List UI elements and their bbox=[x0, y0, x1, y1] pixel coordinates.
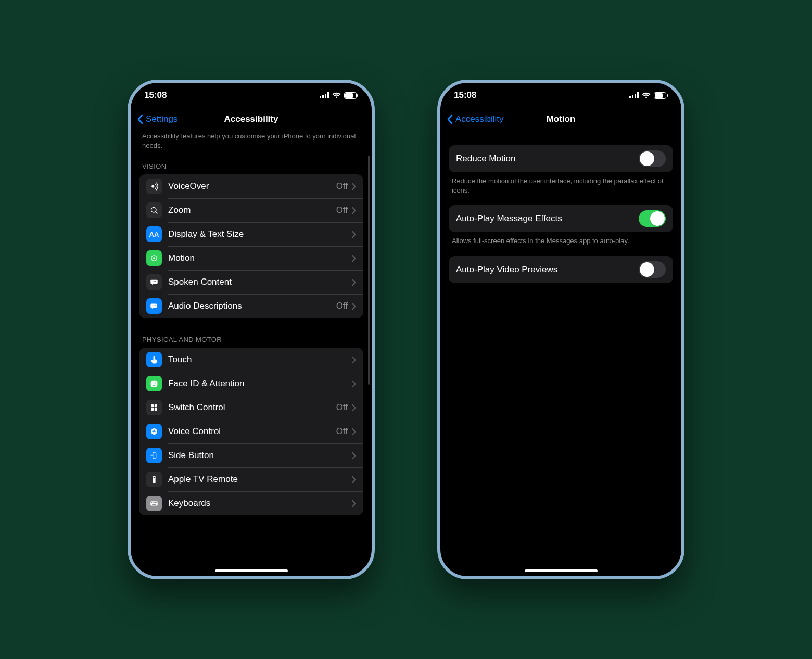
toggle-autoplay-message-effects[interactable] bbox=[639, 210, 666, 227]
svg-rect-22 bbox=[151, 408, 154, 411]
row-touch[interactable]: Touch bbox=[139, 348, 363, 372]
row-value: Off bbox=[336, 402, 348, 413]
iphone-motion-screen: 15:08 Accessibility Motion Reduce Motion… bbox=[437, 80, 684, 579]
back-button[interactable]: Accessibility bbox=[440, 114, 504, 124]
row-voiceover[interactable]: VoiceOver Off bbox=[139, 174, 363, 198]
status-time: 15:08 bbox=[144, 90, 167, 100]
scrollbar[interactable] bbox=[368, 156, 370, 385]
svg-rect-40 bbox=[655, 93, 663, 98]
row-label: Auto-Play Message Effects bbox=[456, 213, 639, 224]
row-zoom[interactable]: Zoom Off bbox=[139, 198, 363, 222]
svg-rect-29 bbox=[151, 502, 153, 503]
chevron-right-icon bbox=[352, 452, 356, 459]
svg-rect-1 bbox=[322, 95, 324, 98]
svg-point-24 bbox=[151, 428, 157, 435]
svg-rect-20 bbox=[151, 404, 154, 407]
row-keyboards[interactable]: Keyboards bbox=[139, 491, 363, 515]
row-value: Off bbox=[336, 301, 348, 311]
svg-rect-0 bbox=[320, 96, 321, 98]
svg-rect-36 bbox=[632, 95, 633, 98]
row-value: Off bbox=[336, 205, 348, 216]
row-value: Off bbox=[336, 426, 348, 437]
row-reduce-motion[interactable]: Reduce Motion bbox=[449, 145, 673, 172]
svg-point-12 bbox=[154, 281, 155, 282]
svg-point-16 bbox=[155, 306, 156, 307]
chevron-right-icon bbox=[352, 279, 356, 286]
touch-icon bbox=[146, 352, 162, 367]
svg-rect-17 bbox=[151, 381, 158, 387]
svg-rect-35 bbox=[629, 96, 631, 98]
row-label: Audio Descriptions bbox=[168, 301, 336, 311]
row-audio-descriptions[interactable]: Audio Descriptions Off bbox=[139, 294, 363, 318]
row-display-text-size[interactable]: AA Display & Text Size bbox=[139, 222, 363, 246]
back-button[interactable]: Settings bbox=[131, 114, 177, 124]
toggle-reduce-motion[interactable] bbox=[639, 150, 666, 167]
wifi-icon bbox=[642, 92, 651, 98]
nav-bar: Accessibility Motion bbox=[440, 108, 681, 131]
wifi-icon bbox=[332, 92, 341, 98]
svg-point-11 bbox=[153, 281, 154, 282]
row-autoplay-message-effects[interactable]: Auto-Play Message Effects bbox=[449, 205, 673, 232]
svg-rect-30 bbox=[153, 502, 154, 503]
cellular-icon bbox=[320, 92, 329, 98]
row-side-button[interactable]: Side Button bbox=[139, 443, 363, 467]
chevron-right-icon bbox=[352, 476, 356, 483]
row-motion[interactable]: Motion bbox=[139, 246, 363, 270]
row-label: Face ID & Attention bbox=[168, 378, 352, 389]
battery-icon bbox=[344, 92, 358, 99]
row-label: Motion bbox=[168, 253, 352, 263]
switch-control-icon bbox=[146, 400, 162, 415]
chevron-right-icon bbox=[352, 183, 356, 190]
svg-rect-25 bbox=[153, 452, 156, 459]
row-label: Reduce Motion bbox=[456, 154, 639, 164]
svg-point-10 bbox=[153, 257, 155, 259]
speech-bubble-icon bbox=[146, 274, 162, 290]
svg-rect-31 bbox=[154, 502, 155, 503]
svg-rect-3 bbox=[327, 92, 329, 98]
svg-rect-41 bbox=[667, 94, 668, 97]
row-apple-tv-remote[interactable]: Apple TV Remote bbox=[139, 467, 363, 491]
content-scroll[interactable]: Accessibility features help you customis… bbox=[131, 131, 372, 566]
home-indicator[interactable] bbox=[525, 569, 598, 572]
text-size-icon: AA bbox=[146, 226, 162, 242]
footer-reduce-motion: Reduce the motion of the user interface,… bbox=[449, 172, 673, 205]
svg-rect-33 bbox=[156, 502, 157, 503]
keyboard-icon bbox=[146, 496, 162, 511]
svg-point-27 bbox=[154, 477, 155, 478]
row-label: Side Button bbox=[168, 450, 352, 461]
svg-rect-28 bbox=[150, 501, 158, 505]
row-spoken-content[interactable]: Spoken Content bbox=[139, 270, 363, 294]
content-scroll[interactable]: Reduce Motion Reduce the motion of the u… bbox=[440, 131, 681, 566]
row-autoplay-video-previews[interactable]: Auto-Play Video Previews bbox=[449, 256, 673, 283]
row-label: VoiceOver bbox=[168, 181, 336, 192]
nav-bar: Settings Accessibility bbox=[131, 108, 372, 131]
footer-autoplay-message-effects: Allows full-screen effects in the Messag… bbox=[449, 232, 673, 256]
chevron-right-icon bbox=[352, 255, 356, 262]
voice-control-icon bbox=[146, 424, 162, 439]
battery-icon bbox=[654, 92, 668, 99]
chevron-right-icon bbox=[352, 500, 356, 507]
row-label: Voice Control bbox=[168, 426, 336, 437]
intro-text: Accessibility features help you customis… bbox=[139, 131, 363, 159]
audio-desc-icon bbox=[146, 298, 162, 314]
row-switch-control[interactable]: Switch Control Off bbox=[139, 396, 363, 420]
notch bbox=[519, 83, 603, 98]
chevron-right-icon bbox=[352, 303, 356, 310]
row-label: Keyboards bbox=[168, 498, 352, 509]
row-voice-control[interactable]: Voice Control Off bbox=[139, 420, 363, 443]
side-button-icon bbox=[146, 448, 162, 463]
svg-point-19 bbox=[155, 383, 156, 384]
group-motor: Touch Face ID & Attention Switch Control… bbox=[139, 348, 363, 515]
cellular-icon bbox=[629, 92, 639, 98]
back-label: Settings bbox=[146, 114, 177, 124]
svg-rect-6 bbox=[357, 94, 358, 97]
toggle-autoplay-video-previews[interactable] bbox=[639, 261, 666, 278]
row-label: Apple TV Remote bbox=[168, 474, 352, 485]
back-label: Accessibility bbox=[455, 114, 504, 124]
row-face-id[interactable]: Face ID & Attention bbox=[139, 372, 363, 396]
home-indicator[interactable] bbox=[215, 569, 288, 572]
svg-rect-5 bbox=[345, 93, 353, 98]
chevron-right-icon bbox=[352, 404, 356, 411]
svg-point-7 bbox=[151, 185, 154, 187]
chevron-right-icon bbox=[352, 207, 356, 214]
